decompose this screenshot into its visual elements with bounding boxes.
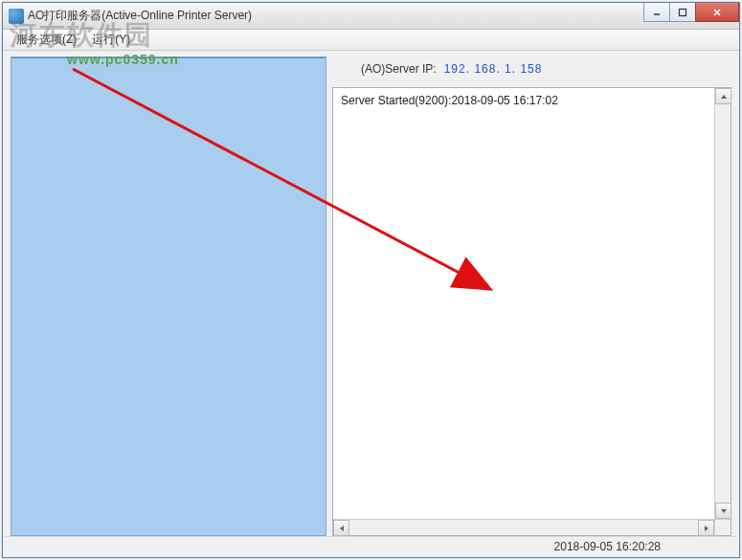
server-ip-value: 192. 168. 1. 158: [444, 62, 543, 76]
app-icon: [9, 9, 24, 24]
scroll-corner: [714, 519, 731, 535]
horizontal-scrollbar[interactable]: [333, 519, 714, 535]
svg-marker-4: [721, 95, 727, 99]
svg-marker-5: [721, 509, 727, 513]
maximize-button[interactable]: [669, 3, 696, 22]
menubar: 服务选项(Z) 运行(Y): [3, 30, 739, 51]
app-window: AO打印服务器(Active-Online Printer Server) 服务…: [2, 2, 740, 558]
scroll-down-button[interactable]: [715, 503, 731, 519]
minimize-button[interactable]: [643, 3, 670, 22]
right-panel: (AO)Server IP: 192. 168. 1. 158 Server S…: [332, 56, 731, 536]
svg-rect-1: [680, 9, 686, 15]
left-panel[interactable]: [11, 56, 326, 536]
log-textarea[interactable]: Server Started(9200):2018-09-05 16:17:02: [332, 87, 731, 536]
statusbar: 2018-09-05 16:20:28: [5, 536, 737, 555]
svg-marker-6: [340, 526, 344, 531]
titlebar[interactable]: AO打印服务器(Active-Online Printer Server): [3, 3, 739, 30]
scroll-left-button[interactable]: [333, 520, 349, 536]
log-line: Server Started(9200):2018-09-05 16:17:02: [341, 94, 723, 107]
scroll-up-button[interactable]: [715, 88, 731, 104]
content-area: (AO)Server IP: 192. 168. 1. 158 Server S…: [11, 56, 731, 536]
status-datetime: 2018-09-05 16:20:28: [554, 540, 661, 553]
server-ip-label: (AO)Server IP:: [361, 62, 437, 76]
window-title: AO打印服务器(Active-Online Printer Server): [28, 8, 252, 24]
server-ip-row: (AO)Server IP: 192. 168. 1. 158: [332, 56, 731, 81]
svg-marker-7: [705, 526, 708, 531]
close-button[interactable]: [695, 3, 739, 22]
menu-service-options[interactable]: 服务选项(Z): [9, 30, 84, 50]
menu-run[interactable]: 运行(Y): [84, 30, 138, 50]
vertical-scrollbar[interactable]: [714, 88, 731, 519]
scroll-right-button[interactable]: [698, 520, 714, 536]
